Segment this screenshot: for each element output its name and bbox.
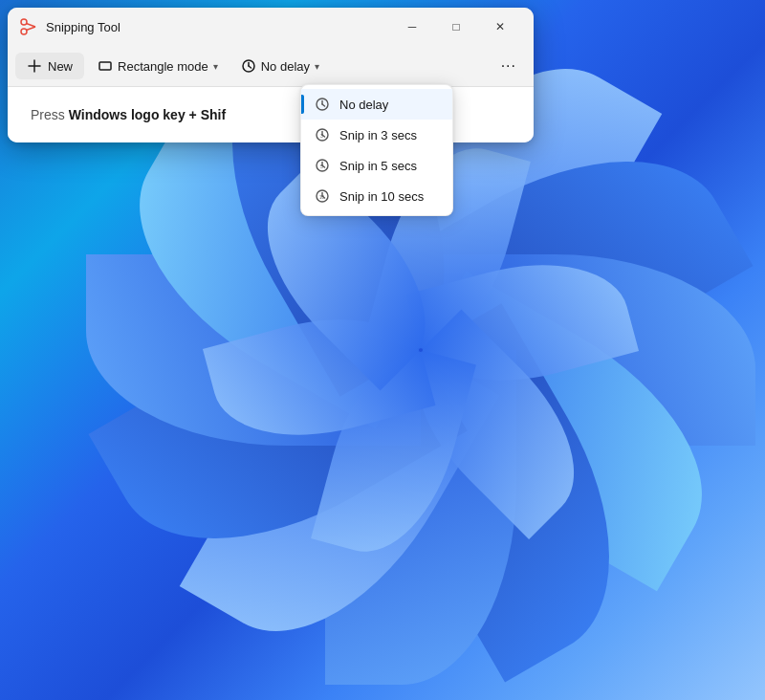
snipping-tool-window: Snipping Tool ─ □ ✕ New Rectangle mode ▾	[8, 8, 534, 142]
snip-3-label: Snip in 3 secs	[339, 128, 417, 142]
toolbar: New Rectangle mode ▾ No delay ▾ ···	[8, 46, 534, 87]
mode-label: Rectangle mode	[118, 59, 208, 74]
new-label: New	[48, 59, 73, 74]
mode-chevron-icon: ▾	[213, 61, 218, 72]
clock-icon-5sec: 5	[315, 158, 330, 173]
svg-line-9	[249, 66, 251, 68]
svg-point-1	[21, 29, 27, 34]
window-title: Snipping Tool	[46, 20, 120, 34]
plus-icon	[27, 58, 42, 74]
rectangle-icon	[98, 58, 113, 74]
menu-item-no-delay[interactable]: No delay	[301, 89, 452, 120]
svg-line-3	[27, 27, 36, 31]
svg-text:3: 3	[320, 133, 323, 139]
menu-item-snip-10[interactable]: 10 Snip in 10 secs	[301, 181, 452, 211]
maximize-button[interactable]: □	[434, 11, 478, 42]
more-options-button[interactable]: ···	[492, 52, 526, 80]
window-controls: ─ □ ✕	[390, 11, 522, 42]
clock-icon-3sec: 3	[315, 127, 330, 142]
svg-point-0	[21, 19, 27, 25]
hint-text: Press Windows logo key + Shif	[31, 107, 226, 122]
snip-10-label: Snip in 10 secs	[339, 189, 424, 204]
svg-text:5: 5	[320, 164, 323, 169]
clock-icon-no-delay	[315, 97, 330, 112]
svg-rect-6	[99, 62, 111, 70]
title-bar: Snipping Tool ─ □ ✕	[8, 8, 534, 46]
snip-5-label: Snip in 5 secs	[339, 159, 417, 173]
svg-text:10: 10	[319, 195, 325, 200]
clock-icon	[241, 58, 256, 74]
clock-icon-10sec: 10	[315, 188, 330, 204]
svg-line-12	[322, 104, 325, 106]
delay-label: No delay	[261, 59, 310, 74]
minimize-button[interactable]: ─	[390, 11, 434, 42]
app-icon	[19, 17, 38, 36]
svg-line-2	[27, 24, 36, 28]
menu-item-snip-3[interactable]: 3 Snip in 3 secs	[301, 120, 452, 150]
more-label: ···	[501, 57, 516, 74]
delay-dropdown-menu: No delay 3 Snip in 3 secs 5 Snip in 5 se…	[300, 84, 453, 216]
content-area: Press Windows logo key + Shif	[8, 87, 534, 142]
close-button[interactable]: ✕	[478, 11, 522, 42]
selected-indicator	[301, 95, 304, 114]
title-left: Snipping Tool	[19, 17, 120, 36]
new-button[interactable]: New	[15, 53, 84, 79]
mode-dropdown-button[interactable]: Rectangle mode ▾	[88, 53, 228, 79]
menu-item-snip-5[interactable]: 5 Snip in 5 secs	[301, 150, 452, 181]
delay-chevron-icon: ▾	[315, 61, 319, 72]
delay-dropdown-button[interactable]: No delay ▾	[231, 53, 329, 79]
no-delay-label: No delay	[339, 98, 388, 112]
